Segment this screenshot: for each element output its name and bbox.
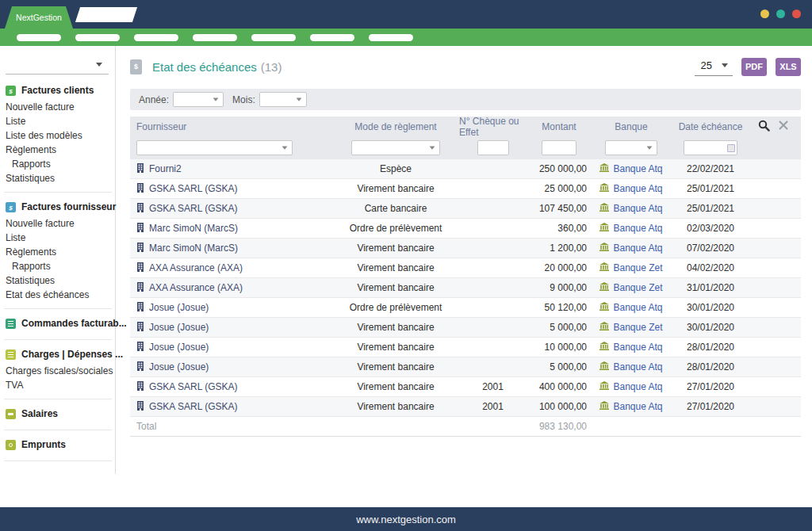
col-header-date[interactable]: Date échéance bbox=[671, 117, 750, 136]
sidebar-company-select[interactable] bbox=[6, 55, 109, 74]
clear-filter-icon[interactable] bbox=[779, 120, 788, 132]
cheque-filter-input[interactable] bbox=[477, 140, 509, 155]
table-row[interactable]: Marc SimoN (MarcS) Virement bancaire 1 2… bbox=[130, 239, 801, 258]
montant-filter-input[interactable] bbox=[542, 140, 576, 155]
nav-menu-pill[interactable] bbox=[134, 34, 178, 41]
cell-banque[interactable]: Banque Atq bbox=[592, 239, 671, 258]
bank-icon bbox=[599, 302, 609, 313]
cell-banque[interactable]: Banque Atq bbox=[592, 159, 671, 178]
sidebar-item[interactable]: Charges fiscales/sociales bbox=[4, 364, 112, 378]
cell-fournisseur[interactable]: Josue (Josue) bbox=[130, 357, 332, 376]
sidebar-item[interactable]: Statistiques bbox=[4, 273, 112, 288]
cell-banque[interactable]: Banque Atq bbox=[592, 219, 671, 238]
nav-menu-pill[interactable] bbox=[17, 34, 61, 41]
cell-fournisseur[interactable]: GSKA SARL (GSKA) bbox=[130, 199, 332, 218]
table-row[interactable]: GSKA SARL (GSKA) Virement bancaire 25 00… bbox=[130, 179, 801, 199]
sidebar-item[interactable]: Liste bbox=[4, 114, 112, 128]
table-row[interactable]: Josue (Josue) Virement bancaire 5 000,00… bbox=[130, 357, 801, 377]
sidebar-item[interactable]: Règlements bbox=[4, 245, 112, 259]
cell-banque[interactable]: Banque Atq bbox=[592, 397, 671, 416]
sidebar-item[interactable]: TVA bbox=[4, 378, 112, 392]
calendar-icon bbox=[727, 144, 735, 152]
cell-banque[interactable]: Banque Atq bbox=[592, 357, 671, 376]
mois-select[interactable] bbox=[259, 92, 307, 107]
mode-filter-select[interactable] bbox=[351, 140, 440, 155]
col-header-fournisseur[interactable]: Fournisseur bbox=[130, 117, 332, 136]
banque-filter-select[interactable] bbox=[605, 140, 657, 155]
cell-montant: 20 000,00 bbox=[527, 258, 592, 277]
sidebar-item[interactable]: Liste bbox=[4, 231, 112, 245]
table-row[interactable]: Josue (Josue) Ordre de prélèvement 50 12… bbox=[130, 298, 801, 318]
sidebar-item[interactable]: Nouvelle facture bbox=[4, 100, 112, 114]
nav-menu-pill[interactable] bbox=[75, 34, 120, 41]
fournisseur-filter-select[interactable] bbox=[136, 140, 293, 155]
table-row[interactable]: GSKA SARL (GSKA) Carte bancaire 107 450,… bbox=[130, 199, 801, 219]
cell-banque[interactable]: Banque Zet bbox=[592, 258, 671, 277]
sidebar-section-header[interactable]: Emprunts bbox=[4, 437, 112, 454]
table-row[interactable]: AXA Assurance (AXA) Virement bancaire 9 … bbox=[130, 278, 801, 298]
col-header-montant[interactable]: Montant bbox=[527, 117, 592, 136]
sidebar-item[interactable]: Règlements bbox=[4, 143, 112, 157]
cell-banque[interactable]: Banque Atq bbox=[592, 338, 671, 357]
nav-menu-pill[interactable] bbox=[369, 34, 413, 41]
cell-fournisseur[interactable]: Josue (Josue) bbox=[130, 298, 332, 317]
table-row[interactable]: Josue (Josue) Virement bancaire 10 000,0… bbox=[130, 338, 801, 357]
cell-banque[interactable]: Banque Atq bbox=[592, 199, 671, 218]
cell-fournisseur[interactable]: Marc SimoN (MarcS) bbox=[130, 219, 332, 238]
xls-export-button[interactable]: XLS bbox=[776, 58, 801, 76]
brand-tab[interactable]: NextGestion bbox=[5, 6, 73, 29]
sidebar-item[interactable]: Statistiques bbox=[4, 171, 112, 185]
table-row[interactable]: Fourni2 Espèce 250 000,00 Banque Atq 22/… bbox=[130, 159, 801, 179]
cell-fournisseur[interactable]: Fourni2 bbox=[130, 159, 332, 178]
cell-fournisseur[interactable]: Josue (Josue) bbox=[130, 318, 332, 337]
sidebar-section-header[interactable]: Factures clients bbox=[4, 83, 112, 100]
cell-fournisseur[interactable]: GSKA SARL (GSKA) bbox=[130, 377, 332, 396]
sidebar-section-header[interactable]: Factures fournisseur bbox=[4, 200, 112, 216]
search-icon[interactable] bbox=[758, 120, 770, 134]
nav-menu-pill[interactable] bbox=[193, 34, 237, 41]
cell-fournisseur[interactable]: GSKA SARL (GSKA) bbox=[130, 397, 332, 416]
col-header-cheque[interactable]: N° Chèque ou Effet bbox=[459, 117, 527, 136]
cell-banque[interactable]: Banque Atq bbox=[592, 179, 671, 198]
page-size-select[interactable]: 25 bbox=[695, 57, 733, 76]
date-filter-input[interactable] bbox=[684, 140, 737, 155]
sidebar-section: Factures clients Nouvelle factureListeLi… bbox=[4, 76, 112, 193]
building-icon bbox=[136, 381, 144, 393]
cell-fournisseur[interactable]: AXA Assurance (AXA) bbox=[130, 278, 332, 297]
banque-name: Banque Atq bbox=[613, 203, 662, 214]
sidebar-section-header[interactable]: Charges | Dépenses ... bbox=[4, 347, 112, 364]
sidebar-section-header[interactable]: Commandes facturab... bbox=[4, 316, 112, 333]
col-header-banque[interactable]: Banque bbox=[592, 117, 671, 136]
table-header: Fournisseur Mode de règlement N° Chèque … bbox=[130, 117, 801, 159]
table-row[interactable]: Marc SimoN (MarcS) Ordre de prélèvement … bbox=[130, 219, 801, 239]
cell-fournisseur[interactable]: Marc SimoN (MarcS) bbox=[130, 239, 332, 258]
sidebar-item[interactable]: Liste des modèles bbox=[4, 128, 112, 143]
sidebar-item[interactable]: Nouvelle facture bbox=[4, 216, 112, 231]
cell-fournisseur[interactable]: Josue (Josue) bbox=[130, 338, 332, 357]
tab-placeholder[interactable] bbox=[75, 7, 137, 22]
annee-select[interactable] bbox=[173, 92, 224, 107]
cell-banque[interactable]: Banque Atq bbox=[592, 298, 671, 317]
cell-fournisseur[interactable]: GSKA SARL (GSKA) bbox=[130, 179, 332, 198]
sidebar-item[interactable]: Rapports bbox=[4, 259, 112, 273]
sidebar-item[interactable]: Etat des échéances bbox=[4, 288, 112, 302]
sidebar-item[interactable]: Rapports bbox=[4, 157, 112, 171]
table-row[interactable]: GSKA SARL (GSKA) Virement bancaire 2001 … bbox=[130, 377, 801, 397]
cell-banque[interactable]: Banque Zet bbox=[592, 278, 671, 297]
table-row[interactable]: Josue (Josue) Virement bancaire 5 000,00… bbox=[130, 318, 801, 338]
minimize-button[interactable] bbox=[760, 10, 769, 18]
cell-banque[interactable]: Banque Zet bbox=[592, 318, 671, 337]
close-button[interactable] bbox=[792, 10, 801, 18]
nav-menu-pill[interactable] bbox=[310, 34, 354, 41]
emprunts-icon bbox=[6, 440, 16, 450]
maximize-button[interactable] bbox=[776, 10, 785, 18]
sidebar-section-header[interactable]: Salaires bbox=[4, 407, 112, 423]
table-row[interactable]: AXA Assurance (AXA) Virement bancaire 20… bbox=[130, 258, 801, 278]
banque-name: Banque Atq bbox=[613, 223, 662, 234]
col-header-mode[interactable]: Mode de règlement bbox=[332, 117, 459, 136]
pdf-export-button[interactable]: PDF bbox=[741, 58, 767, 76]
cell-banque[interactable]: Banque Atq bbox=[592, 377, 671, 396]
nav-menu-pill[interactable] bbox=[251, 34, 296, 41]
cell-fournisseur[interactable]: AXA Assurance (AXA) bbox=[130, 258, 332, 277]
table-row[interactable]: GSKA SARL (GSKA) Virement bancaire 2001 … bbox=[130, 397, 801, 417]
